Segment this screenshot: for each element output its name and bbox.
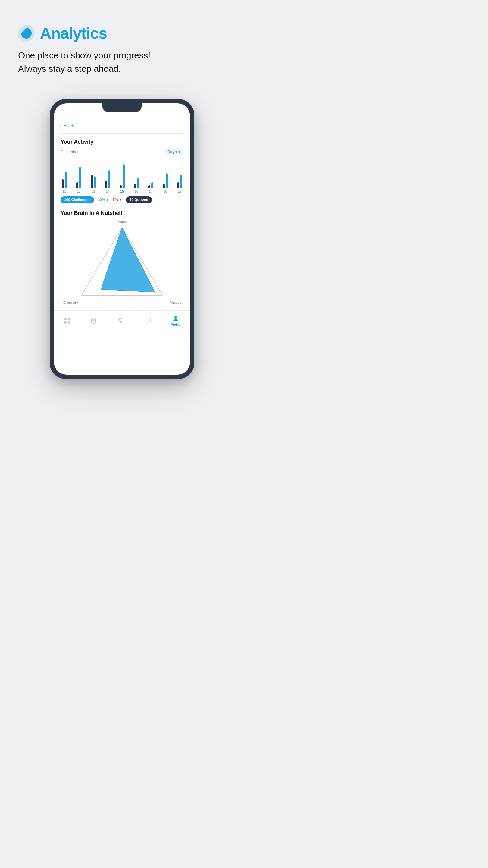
stat-red-value: 5% — [113, 198, 118, 202]
chat-icon — [144, 317, 151, 324]
bar-dark-11 — [62, 179, 64, 188]
bar-label-14: 14 — [106, 190, 109, 193]
book-icon — [90, 317, 98, 324]
bar-chart: 11 12 — [61, 160, 184, 193]
nav-item-chat[interactable] — [144, 317, 151, 324]
bar-label-12: 12 — [77, 190, 80, 193]
nav-item-book[interactable] — [90, 317, 98, 324]
analytics-pie-icon — [18, 25, 35, 41]
quizzes-badge: 10 Quizzes — [126, 196, 152, 204]
quizzes-count: 10 — [130, 198, 133, 202]
svg-point-15 — [174, 316, 177, 318]
month-label: December — [61, 150, 78, 154]
bar-group-14: 14 — [105, 161, 110, 193]
bar-group-11: 11 — [62, 161, 67, 193]
label-physics: Physics — [170, 301, 181, 304]
profile-nav-label: Profile — [171, 323, 180, 327]
brain-section: Your Brain In A Nutshell Maths Chemistry — [54, 207, 190, 307]
bar-group-19: 19 — [177, 161, 182, 193]
svg-rect-7 — [68, 321, 70, 324]
bar-blue-12 — [79, 167, 82, 188]
bar-label-11: 11 — [62, 190, 66, 193]
nav-item-dashboard[interactable] — [64, 317, 71, 324]
profile-icon — [172, 315, 179, 322]
bar-dark-13 — [91, 175, 93, 188]
svg-rect-4 — [64, 318, 67, 320]
screen-content: ‹ Back Your Activity December Days ▾ — [54, 103, 190, 333]
bar-label-13: 13 — [91, 190, 95, 193]
phone-notch — [102, 103, 141, 112]
bar-dark-16 — [134, 184, 136, 188]
bar-blue-15 — [123, 164, 125, 188]
nav-item-profile[interactable]: Profile — [171, 315, 180, 327]
phone-screen: ‹ Back Your Activity December Days ▾ — [54, 103, 190, 375]
bar-dark-18 — [163, 184, 165, 188]
title-row: Analytics — [18, 24, 226, 42]
page-title: Analytics — [40, 24, 107, 42]
bar-group-18: 18 — [163, 161, 168, 193]
phone-mockup-wrapper: ‹ Back Your Activity December Days ▾ — [0, 99, 244, 397]
activity-section: Your Activity December Days ▾ — [54, 133, 190, 207]
bar-dark-12 — [76, 182, 78, 188]
bar-label-17: 17 — [149, 190, 153, 193]
nav-item-trophy[interactable] — [117, 317, 124, 324]
back-chevron-icon: ‹ — [60, 123, 62, 129]
bar-dark-19 — [177, 182, 179, 188]
back-label: Back — [63, 123, 75, 129]
bar-dark-14 — [105, 181, 107, 188]
challenges-badge: 100 Challenges — [61, 196, 94, 204]
bar-dark-15 — [120, 185, 122, 188]
bar-group-17: 17 — [148, 161, 153, 193]
dashboard-icon — [64, 317, 71, 324]
dropdown-arrow-icon: ▾ — [178, 150, 181, 154]
bar-label-19: 19 — [178, 190, 181, 193]
phone-outer-frame: ‹ Back Your Activity December Days ▾ — [50, 99, 194, 379]
svg-rect-5 — [68, 318, 70, 320]
activity-header: December Days ▾ — [61, 148, 184, 155]
bar-group-13: 13 — [91, 161, 96, 193]
down-arrow-icon: ▼ — [119, 198, 122, 202]
bar-group-15: 15 — [120, 161, 125, 193]
brain-triangle-svg — [77, 223, 167, 301]
up-arrow-icon: ▲ — [105, 198, 109, 202]
quizzes-label: Quizzes — [134, 198, 148, 202]
back-button[interactable]: ‹ Back — [54, 119, 190, 133]
bar-blue-17 — [151, 182, 153, 188]
header-section: Analytics One place to show your progres… — [0, 0, 244, 84]
bar-group-16: 16 — [134, 161, 139, 193]
triangle-container: Maths Chemistry Physics — [61, 220, 184, 304]
trophy-icon — [117, 317, 124, 324]
activity-title: Your Activity — [61, 139, 184, 145]
days-dropdown[interactable]: Days ▾ — [164, 148, 184, 155]
stats-row: 100 Challenges 10% ▲ 5% ▼ 10 — [61, 196, 184, 204]
stat-green-value: 10% — [98, 198, 105, 202]
bar-label-16: 16 — [135, 190, 138, 193]
header-subtitle: One place to show your progress! Always … — [18, 49, 226, 75]
label-chemistry: Chemistry — [63, 301, 78, 304]
bar-blue-16 — [137, 178, 139, 188]
stat-red: 5% ▼ — [113, 198, 122, 202]
bar-blue-13 — [94, 176, 96, 188]
challenges-count: 100 — [64, 198, 70, 202]
bar-dark-17 — [148, 185, 150, 188]
bar-blue-19 — [180, 175, 182, 188]
bar-group-12: 12 — [76, 161, 82, 193]
svg-rect-14 — [145, 318, 150, 322]
bar-label-18: 18 — [164, 190, 167, 193]
stat-green: 10% ▲ — [98, 198, 109, 202]
label-maths: Maths — [118, 220, 127, 224]
bar-label-15: 15 — [120, 190, 124, 193]
bottom-nav: Profile — [54, 310, 190, 333]
bar-blue-11 — [65, 172, 67, 188]
bar-blue-18 — [166, 173, 168, 188]
brain-title: Your Brain In A Nutshell — [61, 210, 184, 216]
bar-blue-14 — [108, 170, 110, 188]
svg-rect-6 — [64, 321, 67, 324]
challenges-label: Challenges — [71, 198, 90, 202]
days-label: Days — [167, 150, 177, 154]
